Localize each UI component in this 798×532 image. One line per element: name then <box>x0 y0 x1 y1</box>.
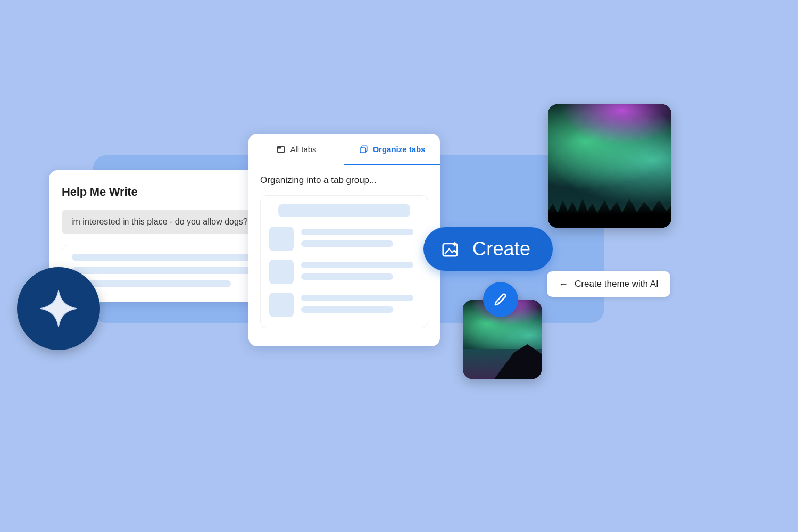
tab-organize-tabs-label: Organize tabs <box>372 145 425 154</box>
pencil-icon <box>493 292 509 307</box>
create-button-label: Create <box>472 238 530 260</box>
svg-rect-2 <box>360 148 366 153</box>
help-me-write-input-text: im interested in this place - do you all… <box>71 217 248 226</box>
tab-all-tabs[interactable]: All tabs <box>248 134 344 165</box>
organize-icon <box>359 145 368 154</box>
skeleton-header <box>278 204 410 217</box>
skeleton-line <box>72 280 231 287</box>
organize-status-text: Organizing into a tab group... <box>260 175 428 186</box>
skeleton-row <box>269 293 419 318</box>
ai-spark-badge <box>17 267 100 350</box>
tab-all-tabs-label: All tabs <box>290 145 316 154</box>
skeleton-row <box>269 227 419 252</box>
tabs-body: Organizing into a tab group... <box>248 165 440 328</box>
skeleton-thumb <box>269 293 294 317</box>
tabs-header: All tabs Organize tabs <box>248 134 440 165</box>
create-theme-with-ai-button[interactable]: ← Create theme with AI <box>547 271 670 297</box>
theme-preview-large <box>548 104 671 228</box>
skeleton-thumb <box>269 260 294 284</box>
create-image-sparkle-icon <box>439 238 461 260</box>
tab-icon <box>276 145 286 154</box>
organize-tabs-card: All tabs Organize tabs Organizing into a… <box>248 134 440 346</box>
tab-group-placeholder <box>260 195 428 328</box>
create-button[interactable]: Create <box>423 227 553 271</box>
create-theme-label: Create theme with AI <box>575 279 659 289</box>
svg-rect-1 <box>278 146 281 148</box>
skeleton-row <box>269 260 419 285</box>
sparkle-icon <box>38 288 79 329</box>
arrow-left-icon: ← <box>559 279 568 289</box>
skeleton-thumb <box>269 227 294 251</box>
edit-theme-button[interactable] <box>483 282 518 317</box>
tab-organize-tabs[interactable]: Organize tabs <box>344 134 440 165</box>
